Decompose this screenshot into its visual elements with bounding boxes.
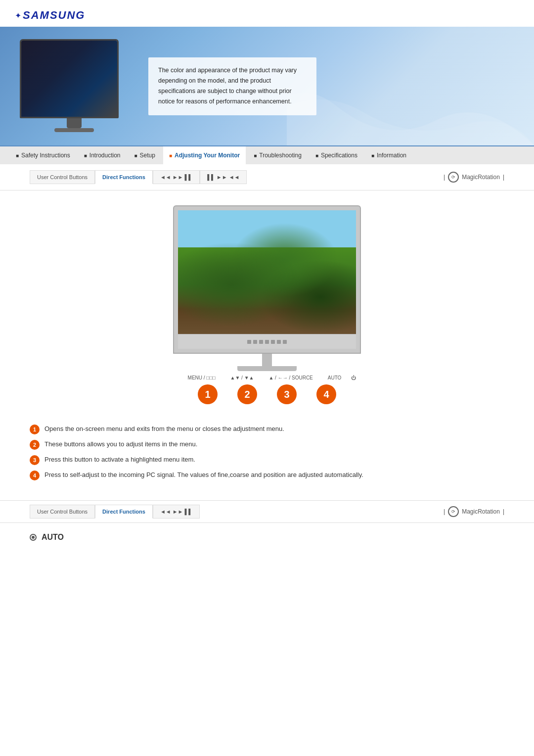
bottom-tab-3[interactable]: ◄◄ ►► ▌▌ (153, 505, 200, 519)
tab-direct-functions-label: Direct Functions (102, 174, 145, 180)
nav-item-introduction[interactable]: ■ Introduction (78, 146, 127, 165)
bezel-btn-7 (283, 340, 287, 344)
nav-label-introduction: Introduction (89, 152, 121, 159)
header: ✦ SAMSUNG (0, 0, 534, 22)
separator-left: | (444, 174, 445, 181)
auto-radio-inner (32, 536, 35, 539)
bezel-btn-5 (271, 340, 275, 344)
monitor-base (54, 128, 94, 132)
desc-badge-1: 1 (30, 425, 40, 434)
menu-label: MENU / □□□ (188, 375, 216, 380)
bottom-tab-strip: User Control Buttons Direct Functions ◄◄… (0, 500, 534, 523)
nav-item-safety[interactable]: ■ Safety Instructions (10, 146, 76, 165)
brand-name: SAMSUNG (23, 9, 85, 22)
hero-monitor-image (20, 39, 129, 133)
diagram-stand-neck (262, 354, 272, 366)
auto-radio-button[interactable] (30, 534, 37, 541)
nav-label-troubleshooting: Troubleshooting (259, 152, 302, 159)
tab-4-label: ▌▌ ►► ◄◄ (207, 174, 239, 180)
desc-item-2: 2 These buttons allows you to adjust ite… (30, 439, 504, 450)
nav-label-adjusting: Adjusting Your Monitor (175, 152, 240, 159)
diagram-stand-base (237, 366, 297, 371)
desc-badge-2: 2 (30, 440, 40, 450)
bezel-btn-6 (277, 340, 281, 344)
num-circle-3: 3 (277, 384, 297, 404)
auto-label: AUTO (328, 375, 342, 380)
nav-bullet-introduction: ■ (84, 153, 87, 158)
desc-badge-3: 3 (30, 455, 40, 465)
bottom-tab-3-label: ◄◄ ►► ▌▌ (160, 509, 192, 515)
power-label: ⏻ (351, 375, 356, 380)
nav-label-specifications: Specifications (321, 152, 357, 159)
bezel-btn-3 (259, 340, 263, 344)
desc-text-2: These buttons allows you to adjust items… (44, 439, 197, 449)
nav-bullet-safety: ■ (16, 153, 19, 158)
bottom-tab-direct-functions-label: Direct Functions (102, 509, 145, 515)
nav-item-troubleshooting[interactable]: ■ Troubleshooting (248, 146, 308, 165)
nav-item-setup[interactable]: ■ Setup (129, 146, 161, 165)
numbered-circles-row: 1 2 3 4 (173, 384, 361, 404)
tab-3[interactable]: ◄◄ ►► ▌▌ (153, 170, 200, 184)
magic-rotation-label: MagicRotation (462, 174, 500, 181)
top-tab-strip: User Control Buttons Direct Functions ◄◄… (0, 164, 534, 190)
button-labels-row: MENU / □□□ ▲▼ / ▼▲ ▲ / ←→ / SOURCE AUTO … (173, 375, 361, 380)
tab-direct-functions[interactable]: Direct Functions (95, 170, 153, 184)
num-circle-1: 1 (198, 384, 218, 404)
nav-bullet-information: ■ (371, 153, 374, 158)
diagram-monitor-outer (173, 205, 361, 354)
nav-item-specifications[interactable]: ■ Specifications (310, 146, 363, 165)
monitor-diagram-wrapper: MENU / □□□ ▲▼ / ▼▲ ▲ / ←→ / SOURCE AUTO … (173, 205, 361, 414)
logo-star-icon: ✦ (15, 11, 21, 20)
auto-label: AUTO (42, 533, 64, 542)
nav-label-safety: Safety Instructions (21, 152, 70, 159)
desc-text-1: Opens the on-screen menu and exits from … (44, 424, 284, 434)
bezel-btn-4 (265, 340, 269, 344)
navigation-bar: ■ Safety Instructions ■ Introduction ■ S… (0, 145, 534, 164)
bottom-magic-rotation-label: MagicRotation (462, 508, 500, 515)
bottom-magic-rotation-icon: ⟳ (448, 506, 459, 517)
monitor-screen (21, 41, 117, 117)
tab-user-control-label: User Control Buttons (37, 174, 88, 180)
bottom-magic-rotation-tab[interactable]: | ⟳ MagicRotation | (444, 506, 504, 517)
nav-item-adjusting[interactable]: ■ Adjusting Your Monitor (163, 145, 246, 164)
hero-wave-decoration (287, 47, 534, 145)
tab-user-control[interactable]: User Control Buttons (30, 170, 95, 184)
num-circle-2: 2 (237, 384, 257, 404)
diagram-bezel-bottom (178, 334, 356, 349)
samsung-logo: ✦ SAMSUNG (15, 9, 519, 22)
bottom-separator-left: | (444, 508, 445, 515)
nav-label-information: Information (377, 152, 406, 159)
separator-right: | (503, 174, 504, 181)
btn-arrows-label: ▲▼ / ▼▲ (230, 375, 254, 380)
desc-item-3: 3 Press this button to activate a highli… (30, 455, 504, 465)
hero-banner: The color and appearance of the product … (0, 27, 534, 145)
diagram-bezel-buttons (247, 340, 287, 344)
nav-item-information[interactable]: ■ Information (365, 146, 412, 165)
diagram-screen (178, 210, 356, 334)
desc-item-4: 4 Press to self-adjust to the incoming P… (30, 470, 504, 480)
bottom-tab-user-control[interactable]: User Control Buttons (30, 505, 95, 519)
desc-badge-4: 4 (30, 471, 40, 480)
tab-3-label: ◄◄ ►► ▌▌ (160, 174, 192, 180)
nav-bullet-specifications: ■ (315, 153, 318, 158)
nav-bullet-troubleshooting: ■ (254, 153, 257, 158)
nav-label-setup: Setup (140, 152, 155, 159)
description-list: 1 Opens the on-screen menu and exits fro… (30, 424, 504, 480)
hero-description-text: The color and appearance of the product … (158, 67, 297, 105)
magic-rotation-tab[interactable]: | ⟳ MagicRotation | (444, 172, 504, 183)
bezel-btn-1 (247, 340, 251, 344)
nav-bullet-adjusting: ■ (169, 153, 172, 158)
num-circle-4: 4 (316, 384, 336, 404)
monitor-stand (67, 118, 82, 128)
bottom-tab-direct-functions[interactable]: Direct Functions (95, 505, 153, 519)
desc-text-3: Press this button to activate a highligh… (44, 455, 195, 465)
nav-bullet-setup: ■ (134, 153, 137, 158)
source-label: ▲ / ←→ / SOURCE (268, 375, 312, 380)
monitor-frame (20, 39, 119, 118)
desc-item-1: 1 Opens the on-screen menu and exits fro… (30, 424, 504, 434)
auto-section: AUTO (0, 523, 534, 552)
desc-text-4: Press to self-adjust to the incoming PC … (44, 470, 363, 480)
monitor-diagram: MENU / □□□ ▲▼ / ▼▲ ▲ / ←→ / SOURCE AUTO … (30, 205, 504, 414)
tab-4[interactable]: ▌▌ ►► ◄◄ (200, 170, 247, 184)
main-content: MENU / □□□ ▲▼ / ▼▲ ▲ / ←→ / SOURCE AUTO … (0, 190, 534, 495)
